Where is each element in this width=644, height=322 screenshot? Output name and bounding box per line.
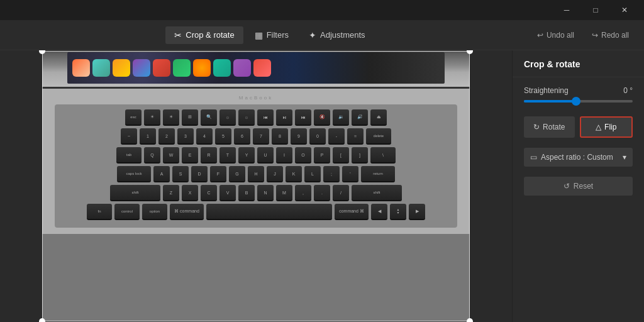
key-caps: caps lock [117,166,151,182]
undo-icon: ↩ [537,31,543,40]
crop-handle-bottomright[interactable] [467,318,473,322]
key-row-3: tab Q W E R T Y U I O P [ ] [62,147,450,164]
key-f5: ☼ [219,109,236,126]
key-d: D [191,166,208,182]
key-comma: , [295,185,311,201]
screen-strip [42,51,470,89]
dock-bar [67,52,445,84]
straightening-label-row: Straightening 0 ° [524,86,633,95]
undo-all-button[interactable]: ↩ Undo all [532,28,579,42]
maximize-button[interactable]: □ [581,0,610,20]
key-row-4: caps lock A S D F G H J K L ; ' [62,166,450,182]
key-f6: ☼ [238,109,255,126]
straightening-slider[interactable] [524,100,633,103]
key-x: X [182,185,198,201]
toolbar-actions: ↩ Undo all ↪ Redo all [532,28,634,42]
key-f11: 🔉 [333,109,349,126]
key-f10: 🔇 [314,109,330,126]
reset-icon: ↺ [564,182,570,191]
key-updown: ▲ ▼ [390,204,406,220]
slider-track[interactable] [524,100,633,103]
rotate-button[interactable]: ↻ Rotate [524,116,575,138]
key-i: I [276,147,292,164]
straightening-label: Straightening [524,86,569,95]
tab-adjustments-label: Adjustments [320,30,365,40]
key-0: 0 [309,128,326,145]
key-6: 6 [234,128,250,145]
key-right: ▶ [409,204,425,220]
aspect-label: Aspect ratio : Custom [541,153,613,162]
minimize-button[interactable]: ─ [552,0,581,20]
macbook-label: MacBook [55,95,457,101]
app-icon-3 [113,59,130,77]
key-l: L [304,166,321,182]
key-equals: = [347,128,364,145]
key-f2: ☀ [163,109,179,126]
key-s: S [172,166,189,182]
slider-thumb[interactable] [572,97,580,106]
straightening-section: Straightening 0 ° [513,77,644,116]
crop-handle-bottomleft[interactable] [39,318,45,322]
flip-button[interactable]: △ Flip [580,116,633,138]
key-u: U [257,147,274,164]
close-button[interactable]: ✕ [610,0,639,20]
key-eject: ⏏ [370,109,387,126]
key-v: V [219,185,236,201]
aspect-ratio-section: ▭ Aspect ratio : Custom ▾ [513,145,644,174]
aspect-ratio-button[interactable]: ▭ Aspect ratio : Custom ▾ [524,148,633,167]
right-panel: Crop & rotate Straightening 0 ° ↻ Rotate… [512,50,644,322]
key-f4: 🔍 [201,109,217,126]
key-7: 7 [253,128,269,145]
key-backtick: ~ [121,128,137,145]
key-semicolon: ; [323,166,340,182]
window-controls: ─ □ ✕ [552,0,639,20]
key-c: C [201,185,217,201]
key-row-6: fn control option ⌘ command command ⌘ ◀ … [62,204,450,220]
crop-handle-topright[interactable] [467,50,473,54]
key-e: E [182,147,198,164]
keyboard-body: MacBook esc ☀ ☀ ⊞ 🔍 ☼ ☼ ⏮ ⏯ [42,89,470,234]
key-z: Z [163,185,179,201]
panel-title: Crop & rotate [513,50,644,77]
key-slash: / [333,185,349,201]
key-t: T [219,147,236,164]
key-lshift: shift [110,185,160,201]
key-f9: ⏭ [295,109,311,126]
key-opt: option [142,204,167,220]
key-rshift: shift [352,185,402,201]
app-icon-5 [153,59,170,77]
key-row-5: shift Z X C V B N M , . / shift [62,185,450,201]
key-j: J [267,166,283,182]
tab-filters[interactable]: ▦ Filters [246,26,297,44]
key-rbracket: ] [352,147,368,164]
app-icon-2 [92,59,110,77]
key-minus: - [328,128,345,145]
redo-icon: ↪ [592,31,598,40]
slider-fill [524,100,576,103]
rotate-flip-buttons: ↻ Rotate △ Flip [513,116,644,145]
photo-container: MacBook esc ☀ ☀ ⊞ 🔍 ☼ ☼ ⏮ ⏯ [42,51,470,321]
key-n: N [257,185,274,201]
key-period: . [314,185,330,201]
photo: MacBook esc ☀ ☀ ⊞ 🔍 ☼ ☼ ⏮ ⏯ [42,51,470,321]
key-8: 8 [272,128,288,145]
key-row-2: ~ 1 2 3 4 5 6 7 8 9 0 - = [62,128,450,145]
rotate-icon: ↻ [533,123,540,131]
tab-crop-rotate[interactable]: ✂ Crop & rotate [165,26,243,44]
aspect-left: ▭ Aspect ratio : Custom [530,153,613,162]
adjustments-icon: ✦ [309,30,316,40]
key-space [206,204,332,220]
reset-section: ↺ Reset [513,174,644,198]
redo-all-button[interactable]: ↪ Redo all [587,28,634,42]
chevron-down-icon: ▾ [623,153,626,162]
key-lbracket: [ [333,147,349,164]
key-a: A [153,166,170,182]
key-m: M [276,185,292,201]
aspect-icon: ▭ [530,153,537,162]
key-esc: esc [125,109,142,126]
tab-adjustments[interactable]: ✦ Adjustments [300,26,374,44]
key-rcmd: command ⌘ [335,204,369,220]
key-q: Q [144,147,160,164]
app-icon-10 [253,59,271,77]
reset-button[interactable]: ↺ Reset [524,177,633,196]
